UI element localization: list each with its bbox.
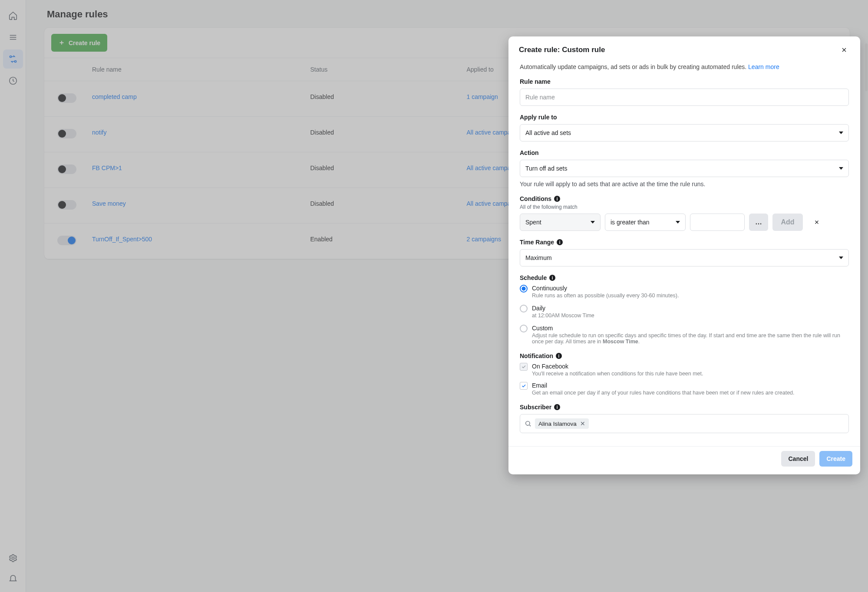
create-rule-modal: Create rule: Custom rule Automatically u… [508,36,860,474]
scrollbar[interactable] [865,43,868,583]
condition-delete-button[interactable] [807,214,826,231]
subscriber-chip-label: Alina Islamova [538,421,577,427]
notification-email-desc: Get an email once per day if any of your… [532,390,795,396]
apply-note: Your rule will apply to ad sets that are… [520,181,849,187]
action-label: Action [520,149,849,156]
schedule-continuously[interactable]: Continuously Rule runs as often as possi… [520,285,849,299]
scrollbar-thumb[interactable] [865,43,868,91]
checkbox-icon [520,382,528,390]
caret-down-icon [676,221,680,224]
notification-email[interactable]: Email Get an email once per day if any o… [520,382,849,396]
schedule-custom-title: Custom [532,325,849,332]
radio-icon [520,305,528,312]
notification-facebook-title: On Facebook [532,363,703,370]
subscriber-section: Subscriber i Alina Islamova ✕ [520,404,849,433]
condition-metric-value: Spent [525,219,541,226]
time-range-value: Maximum [525,254,552,261]
schedule-continuously-title: Continuously [532,285,679,292]
time-range-section: Time Range i Maximum [520,239,849,266]
rule-name-label: Rule name [520,78,849,85]
ellipsis-icon: … [755,218,762,226]
caret-down-icon [839,167,843,170]
conditions-sub: All of the following match [520,204,849,210]
condition-value-input[interactable] [690,214,745,231]
condition-operator-select[interactable]: is greater than [605,214,686,231]
notification-facebook-desc: You'll receive a notification when condi… [532,371,703,377]
time-range-label: Time Range i [520,239,849,246]
notification-facebook[interactable]: On Facebook You'll receive a notificatio… [520,363,849,377]
conditions-label: Conditions i [520,195,849,202]
schedule-label: Schedule i [520,274,849,281]
modal-footer: Cancel Create [508,446,860,474]
info-icon: i [549,275,555,281]
apply-to-select[interactable]: All active ad sets [520,124,849,141]
subscriber-label: Subscriber i [520,404,849,411]
learn-more-link[interactable]: Learn more [748,63,779,70]
time-range-select[interactable]: Maximum [520,249,849,266]
close-button[interactable] [838,44,850,56]
conditions-section: Conditions i All of the following match … [520,195,849,231]
condition-add-button[interactable]: Add [772,214,803,231]
search-icon [525,420,531,427]
rule-name-section: Rule name [520,78,849,106]
notification-label: Notification i [520,352,849,359]
condition-operator-value: is greater than [611,219,650,226]
caret-down-icon [591,221,595,224]
subscriber-chip-remove[interactable]: ✕ [580,420,585,427]
radio-icon [520,285,528,293]
schedule-continuously-desc: Rule runs as often as possible (usually … [532,293,679,299]
condition-metric-select[interactable]: Spent [520,214,601,231]
apply-to-section: Apply rule to All active ad sets [520,114,849,141]
schedule-daily-title: Daily [532,305,594,312]
modal-body: Automatically update campaigns, ad sets … [508,62,860,446]
svg-point-7 [526,421,530,425]
modal-overlay: Create rule: Custom rule Automatically u… [0,0,868,592]
condition-row: Spent is greater than … Add [520,214,849,231]
condition-more-button[interactable]: … [749,214,768,231]
schedule-section: Schedule i Continuously Rule runs as oft… [520,274,849,345]
info-icon: i [556,353,562,359]
apply-to-label: Apply rule to [520,114,849,121]
modal-title: Create rule: Custom rule [519,46,605,54]
action-select[interactable]: Turn off ad sets [520,160,849,177]
schedule-daily-desc: at 12:00AM Moscow Time [532,312,594,319]
info-icon: i [554,404,560,410]
notification-email-title: Email [532,382,795,389]
caret-down-icon [839,257,843,259]
cancel-button[interactable]: Cancel [781,451,815,467]
notification-section: Notification i On Facebook You'll receiv… [520,352,849,396]
rule-name-input[interactable] [520,89,849,106]
apply-to-value: All active ad sets [525,129,571,136]
checkbox-icon [520,363,528,371]
subscriber-chip: Alina Islamova ✕ [535,418,589,429]
close-icon [841,46,848,53]
info-icon: i [554,196,560,202]
schedule-daily[interactable]: Daily at 12:00AM Moscow Time [520,305,849,319]
action-value: Turn off ad sets [525,165,568,172]
schedule-custom[interactable]: Custom Adjust rule schedule to run on sp… [520,325,849,345]
schedule-custom-desc: Adjust rule schedule to run on specific … [532,332,849,345]
caret-down-icon [839,132,843,134]
modal-description: Automatically update campaigns, ad sets … [520,63,849,70]
action-section: Action Turn off ad sets Your rule will a… [520,149,849,187]
subscriber-input[interactable]: Alina Islamova ✕ [520,414,849,433]
modal-header: Create rule: Custom rule [508,36,860,62]
radio-icon [520,325,528,332]
close-icon [814,219,820,225]
info-icon: i [557,239,563,245]
create-button[interactable]: Create [819,451,852,467]
